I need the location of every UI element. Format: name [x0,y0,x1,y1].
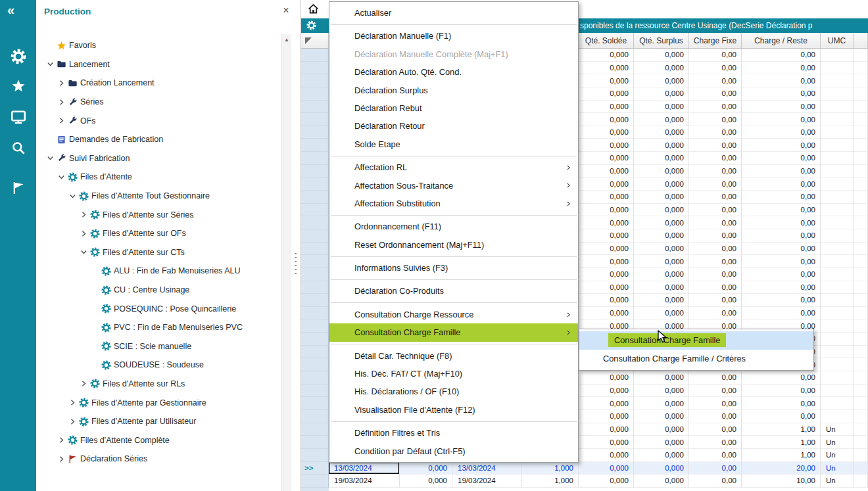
menu-item-affectation-substitution[interactable]: Affectation Substitution [329,195,578,212]
menu-item-declaration-co-produits[interactable]: Déclaration Co-Produits [329,282,578,300]
tree-item-files-d-attente-sur-rls[interactable]: Files d'Attente sur RLs [36,375,290,394]
tree-item-soudeuse-soudeuse[interactable]: SOUDEUSE : Soudeuse [36,356,290,375]
row-selector[interactable] [301,436,329,449]
row-selector[interactable] [301,191,329,204]
tree-item-files-d-attente[interactable]: Files d'Attente [36,168,290,187]
menu-item-declaration-retour[interactable]: Déclaration Retour [329,117,578,135]
tree-item-lancement[interactable]: Lancement [36,55,290,74]
menu-item-informations-suivies-f3[interactable]: Informations Suivies (F3) [329,259,578,277]
row-selector[interactable] [301,346,329,359]
row-selector[interactable] [301,113,329,126]
panel-resize-handle[interactable] [295,253,297,275]
row-selector[interactable] [301,449,329,462]
menu-item-ordonnancement-f11[interactable]: Ordonnancement (F11) [329,218,578,235]
chevron-right-icon[interactable] [56,436,67,444]
row-selector[interactable] [301,319,329,333]
menu-item-declaration-surplus[interactable]: Déclaration Surplus [329,82,578,99]
chevron-right-icon[interactable] [67,398,78,407]
submenu-item-consultation-charge-famille-criteres[interactable]: Consultation Charge Famille / Critères [579,350,813,368]
row-selector[interactable] [301,165,329,178]
row-selector[interactable] [301,333,329,346]
row-selector[interactable] [301,397,329,410]
submenu-item-consultation-charge-famille[interactable]: Consultation Charge Famille [579,331,813,350]
tree-item-files-d-attente-par-utilisateur[interactable]: Files d'Attente par Utilisateur [36,412,290,431]
tree-item-files-d-attente-sur-cts[interactable]: Files d'Attente sur CTs [36,243,290,262]
chevron-right-icon[interactable] [56,79,67,87]
row-selector[interactable] [301,243,329,256]
row-selector[interactable] [301,49,329,62]
menu-item-reset-ordonnancement-maj-f11[interactable]: Reset Ordonnancement (Maj+F11) [329,236,578,254]
select-all-corner[interactable] [301,33,329,49]
chevron-right-icon[interactable] [78,379,89,388]
row-selector[interactable] [301,216,329,229]
row-selector[interactable] [301,204,329,217]
row-selector[interactable] [301,126,329,139]
menu-item-consultation-charge-ressource[interactable]: Consultation Charge Ressource [329,306,578,323]
tree-item-declaration-series[interactable]: Déclaration Séries [36,450,290,469]
tree-item-files-d-attente-sur-ofs[interactable]: Files d'Attente sur OFs [36,224,290,243]
menu-item-his-dec-fat-ct-maj-f10[interactable]: His. Déc. FAT/ CT (Maj+F10) [329,365,578,383]
home-button[interactable] [306,3,320,17]
tree-item-posequinc-pose-quincaillerie[interactable]: POSEQUINC : Pose Quincaillerie [36,299,290,318]
tree-item-files-d-attente-par-gestionnaire[interactable]: Files d'Attente par Gestionnaire [36,393,290,412]
chevron-right-icon[interactable] [56,455,67,463]
favorites-icon[interactable] [0,73,36,99]
chevron-right-icon[interactable] [56,98,67,106]
row-selector[interactable] [301,410,329,423]
tree-item-files-d-attente-tout-gestionnaire[interactable]: Files d'Attente Tout Gestionnaire [36,187,290,206]
row-selector[interactable] [301,101,329,114]
tree-item-files-d-attente-sur-series[interactable]: Files d'Attente sur Séries [36,205,290,224]
menu-item-detail-car-technique-f8[interactable]: Détail Car. Technique (F8) [329,347,578,365]
chevron-down-icon[interactable] [45,60,56,68]
column-header-blank[interactable] [854,33,868,49]
menu-item-his-declarations-of-f10[interactable]: His. Déclarations / OF (F10) [329,383,578,400]
column-header-charge-reste[interactable]: Charge / Reste [742,33,821,49]
row-selector[interactable] [301,268,329,281]
search-icon[interactable] [0,135,36,161]
menu-item-condition-par-defaut-ctrl-f5[interactable]: Condition par Défaut (Ctrl-F5) [329,442,578,460]
row-selector[interactable] [301,229,329,243]
menu-item-declaration-rebut[interactable]: Déclaration Rebut [329,99,578,117]
row-selector[interactable] [301,307,329,320]
column-header-qte-soldee[interactable]: Qté. Soldée [579,33,634,49]
menu-item-declaration-manuelle-f1[interactable]: Déclaration Manuelle (F1) [329,27,578,45]
tree-item-favoris[interactable]: Favoris [36,36,290,55]
tree-scrollbar[interactable]: ▲ [281,34,291,491]
tree-item-creation-lancement[interactable]: Création Lancement [36,74,290,93]
menu-item-solde-etape[interactable]: Solde Etape [329,135,578,153]
chevron-right-icon[interactable] [78,210,89,219]
row-selector[interactable] [301,177,329,191]
row-selector[interactable] [301,294,329,307]
row-selector[interactable] [301,423,329,436]
chevron-right-icon[interactable] [67,417,78,426]
scroll-up-icon[interactable]: ▲ [282,34,291,45]
chevron-right-icon[interactable] [78,229,89,238]
row-selector[interactable] [301,74,329,87]
row-selector[interactable] [301,385,329,398]
tree-item-scie-scie-manuelle[interactable]: SCIE : Scie manuelle [36,337,290,356]
row-selector[interactable]: >> [301,462,329,475]
tree-item-files-d-attente-complete[interactable]: Files d'Attente Complète [36,431,290,450]
row-selector[interactable] [301,152,329,165]
tree-item-series[interactable]: Séries [36,93,290,112]
row-selector[interactable] [301,475,329,488]
chevron-down-icon[interactable] [78,248,89,256]
menu-item-declaration-auto-qte-cond[interactable]: Déclaration Auto. Qté. Cond. [329,63,578,81]
workstations-icon[interactable] [0,104,36,130]
settings-icon[interactable] [0,43,36,70]
row-selector[interactable] [301,87,329,101]
close-icon[interactable]: × [280,5,292,16]
row-selector[interactable] [301,139,329,152]
row-selector[interactable] [301,281,329,294]
row-selector[interactable] [301,358,329,371]
tree-item-pvc-fin-de-fab-menuiseries-pvc[interactable]: PVC : Fin de Fab Menuiseries PVC [36,318,290,337]
tree-item-alu-fin-de-fab-menuiseries-alu[interactable]: ALU : Fin de Fab Menuiseries ALU [36,262,290,281]
tree-item-cu-centre-usinage[interactable]: CU : Centre Usinage [36,281,290,300]
table-row[interactable]: 19/03/20240,00019/03/20241,0000,0000,000… [301,475,868,488]
tree-item-demandes-de-fabrication[interactable]: Demandes de Fabrication [36,130,290,149]
chevron-right-icon[interactable] [56,116,67,125]
menu-item-affectation-sous-traitance[interactable]: Affectation Sous-Traitance [329,177,578,195]
menu-item-visualisation-file-d-attente-f12[interactable]: Visualisation File d'Attente (F12) [329,401,578,419]
menu-item-affectation-rl[interactable]: Affectation RL [329,158,578,176]
column-header-charge-fixe[interactable]: Charge Fixe [689,33,742,49]
